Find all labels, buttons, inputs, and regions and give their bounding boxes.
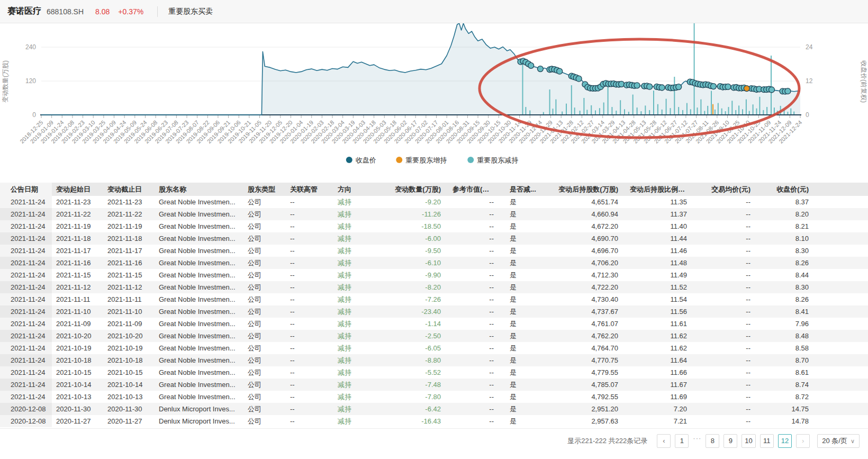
cell: --: [453, 342, 505, 354]
cell: Great Noble Investmen...: [155, 330, 243, 342]
decrease-volume-bar: [624, 109, 625, 115]
cell: 公司: [243, 269, 286, 281]
decrease-volume-bar: [525, 107, 526, 115]
page-button-11[interactable]: 11: [760, 434, 774, 448]
table-row[interactable]: 2021-11-242021-10-132021-10-13Great Nobl…: [0, 391, 868, 403]
table-row[interactable]: 2021-11-242021-11-192021-11-19Great Nobl…: [0, 220, 868, 232]
cell: 公司: [243, 391, 286, 403]
table-row[interactable]: 2021-11-242021-11-152021-11-15Great Nobl…: [0, 269, 868, 281]
page-button-12[interactable]: 12: [778, 434, 792, 448]
cell: 2021-11-22: [52, 208, 103, 220]
table-row[interactable]: 2021-11-242021-11-232021-11-23Great Nobl…: [0, 196, 868, 208]
cell: Great Noble Investmen...: [155, 366, 243, 379]
cell: --: [699, 330, 762, 342]
table-row[interactable]: 2021-11-242021-11-102021-11-10Great Nobl…: [0, 305, 868, 318]
cell: 7.21: [630, 415, 699, 427]
prev-page-button[interactable]: ‹: [657, 434, 671, 448]
cell: --: [286, 342, 333, 354]
table-row[interactable]: 2021-11-242021-11-122021-11-12Great Nobl…: [0, 281, 868, 293]
cell: 公司: [243, 330, 286, 342]
next-page-button[interactable]: ›: [796, 434, 810, 448]
page-button-1[interactable]: 1: [675, 434, 689, 448]
cell: -8.20: [384, 281, 453, 293]
decrease-volume-bar: [728, 107, 729, 115]
chevron-down-icon: ∨: [851, 438, 855, 444]
table-row[interactable]: 2020-12-082020-11-272020-11-27Denlux Mic…: [0, 415, 868, 427]
cell: 公司: [243, 232, 286, 245]
cell: 8.44: [762, 269, 820, 281]
cell: 4,762.20: [550, 330, 630, 342]
chart-svg: 2018-12-252019-01-092019-01-242019-02-08…: [0, 23, 868, 169]
cell: --: [699, 257, 762, 269]
cell: 2021-11-19: [52, 220, 103, 232]
page-button-9[interactable]: 9: [724, 434, 737, 448]
page-button-8[interactable]: 8: [706, 434, 719, 448]
cell: 是: [505, 342, 550, 354]
cell: 8.10: [762, 232, 820, 245]
cell: 2020-11-27: [103, 415, 155, 427]
spacer-cell: [820, 403, 868, 415]
column-header: 变动后持股比例(%): [630, 183, 699, 196]
tab-important-shareholder-trading[interactable]: 重要股东买卖: [168, 7, 213, 16]
decrease-volume-bar: [682, 110, 683, 115]
cell: 14.78: [762, 415, 820, 427]
shareholder-table-wrap: 公告日期变动起始日变动截止日股东名称股东类型关联高管方向变动数量(万股)参考市值…: [0, 183, 868, 427]
decrease-volume-bar: [595, 110, 596, 115]
cell: --: [453, 232, 505, 245]
spacer-cell: [820, 354, 868, 366]
cell: 是: [505, 415, 550, 427]
table-row[interactable]: 2021-11-242021-10-152021-10-15Great Nobl…: [0, 366, 868, 379]
column-header: 收盘价(元): [762, 183, 820, 196]
page-button-10[interactable]: 10: [742, 434, 755, 448]
table-row[interactable]: 2021-11-242021-11-172021-11-17Great Nobl…: [0, 245, 868, 257]
cell: 公司: [243, 245, 286, 257]
cell: 2020-12-08: [0, 415, 52, 427]
cell: 2021-11-24: [0, 257, 52, 269]
legend-label: 收盘价: [356, 156, 376, 164]
cell: 2021-10-15: [52, 366, 103, 379]
table-row[interactable]: 2020-12-082020-11-302020-11-30Denlux Mic…: [0, 403, 868, 415]
cell: 2021-11-24: [0, 245, 52, 257]
cell: 2021-11-11: [52, 293, 103, 305]
table-row[interactable]: 2021-11-242021-11-092021-11-09Great Nobl…: [0, 318, 868, 330]
cell: --: [453, 318, 505, 330]
cell: 2021-10-13: [52, 391, 103, 403]
table-row[interactable]: 2021-11-242021-10-192021-10-19Great Nobl…: [0, 342, 868, 354]
cell: Great Noble Investmen...: [155, 269, 243, 281]
table-row[interactable]: 2021-11-242021-11-112021-11-11Great Nobl…: [0, 293, 868, 305]
cell: --: [699, 342, 762, 354]
cell: 2021-11-24: [0, 391, 52, 403]
cell: 2021-11-18: [52, 232, 103, 245]
cell: 8.20: [762, 208, 820, 220]
cell: --: [699, 379, 762, 391]
table-row[interactable]: 2021-11-242021-11-162021-11-16Great Nobl…: [0, 257, 868, 269]
decrease-volume-bar: [653, 91, 654, 115]
decrease-volume-bar: [771, 56, 772, 115]
decrease-volume-bar: [686, 103, 688, 115]
cell: 11.69: [630, 391, 699, 403]
record-count-summary: 显示221-222 共222条记录: [567, 436, 647, 446]
cell: --: [286, 403, 333, 415]
table-row[interactable]: 2021-11-242021-11-182021-11-18Great Nobl…: [0, 232, 868, 245]
cell: 减持: [333, 257, 384, 269]
cell: 8.41: [762, 305, 820, 318]
left-axis-tick-label: 120: [25, 77, 36, 85]
column-header: 股东名称: [155, 183, 243, 196]
pagination-bar: 显示221-222 共222条记录 ‹ 1···89101112 › 20 条/…: [0, 428, 868, 448]
cell: 减持: [333, 354, 384, 366]
table-row[interactable]: 2021-11-242021-10-202021-10-20Great Nobl…: [0, 330, 868, 342]
table-row[interactable]: 2021-11-242021-10-182021-10-18Great Nobl…: [0, 354, 868, 366]
spacer-cell: [820, 269, 868, 281]
cell: 2021-11-24: [0, 208, 52, 220]
cell: 2,957.63: [550, 415, 630, 427]
cell: 减持: [333, 379, 384, 391]
cell: --: [286, 415, 333, 427]
table-row[interactable]: 2021-11-242021-10-142021-10-14Great Nobl…: [0, 379, 868, 391]
page-size-select[interactable]: 20 条/页∨: [817, 434, 860, 448]
cell: 8.30: [762, 245, 820, 257]
table-row[interactable]: 2021-11-242021-11-222021-11-22Great Nobl…: [0, 208, 868, 220]
cell: --: [699, 232, 762, 245]
cell: 减持: [333, 232, 384, 245]
cell: --: [699, 415, 762, 427]
spacer-cell: [820, 305, 868, 318]
